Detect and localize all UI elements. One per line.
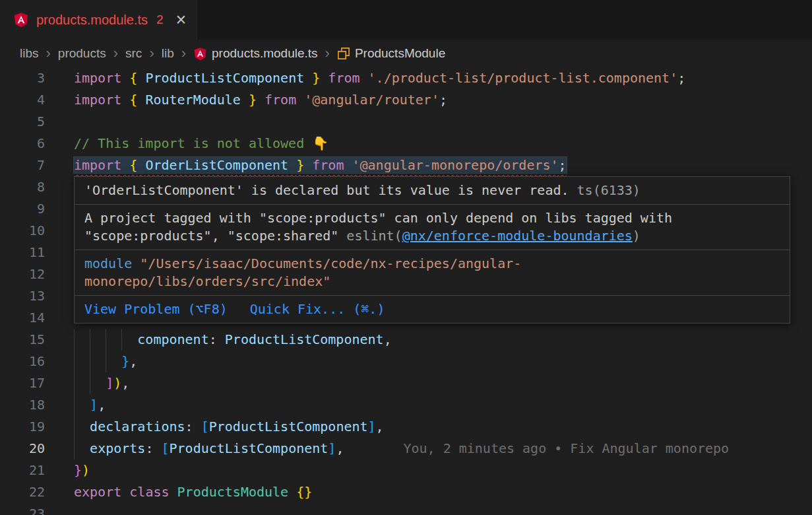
code-token xyxy=(288,157,296,173)
code-token xyxy=(137,92,145,108)
code-token: } xyxy=(74,462,82,478)
breadcrumb-item-productsmodule[interactable]: ProductsModule xyxy=(337,46,445,61)
code-token: : xyxy=(209,331,225,347)
code-token: class xyxy=(129,484,169,500)
code-line[interactable]: 5 xyxy=(0,111,812,133)
line-number[interactable]: 7 xyxy=(0,154,45,176)
code-token xyxy=(137,157,145,173)
breadcrumb-item-libs[interactable]: libs xyxy=(20,46,39,61)
code-line[interactable]: 21}) xyxy=(0,460,812,481)
code-token: from xyxy=(312,157,344,173)
line-number[interactable]: 17 xyxy=(0,372,45,394)
code-token xyxy=(241,92,249,108)
line-number[interactable]: 11 xyxy=(0,242,45,263)
hover-text: 'OrderListComponent' is declared but its… xyxy=(84,182,569,198)
line-number[interactable]: 22 xyxy=(0,481,45,503)
line-number[interactable]: 18 xyxy=(0,394,45,416)
line-number[interactable]: 20 xyxy=(0,438,45,460)
line-number[interactable]: 23 xyxy=(0,503,45,515)
code-token: './product-list/product-list.component' xyxy=(368,70,678,86)
code-token: ; xyxy=(439,92,447,108)
breadcrumb-label: libs xyxy=(20,46,39,61)
hover-text: module xyxy=(84,256,140,271)
code-token: ] xyxy=(368,419,376,434)
diagnostic-hover-popup: 'OrderListComponent' is declared but its… xyxy=(74,176,790,324)
hover-section-eslint-error: A project tagged with "scope:products" c… xyxy=(75,204,790,250)
angular-icon xyxy=(13,12,29,28)
code-text xyxy=(45,503,812,515)
code-text: }) xyxy=(45,460,812,481)
indent-guide xyxy=(74,394,75,416)
code-token: 👇 xyxy=(312,135,328,151)
line-number[interactable]: 4 xyxy=(0,89,45,111)
line-number[interactable]: 9 xyxy=(0,198,45,220)
code-text: import { RouterModule } from '@angular/r… xyxy=(45,89,812,111)
line-number[interactable]: 6 xyxy=(0,133,45,154)
line-number[interactable]: 15 xyxy=(0,329,45,351)
view-problem-button[interactable]: View Problem (⌥F8) xyxy=(84,300,228,318)
hover-section-ts-error: 'OrderListComponent' is declared but its… xyxy=(75,177,790,204)
eslint-rule-link[interactable]: @nx/enforce-module-boundaries xyxy=(402,228,633,244)
line-number[interactable]: 5 xyxy=(0,111,45,133)
indent-guide xyxy=(74,372,75,394)
editor-tab[interactable]: products.module.ts 2 × xyxy=(0,0,197,40)
code-text: import { ProductListComponent } from './… xyxy=(45,67,812,89)
code-line[interactable]: 3import { ProductListComponent } from '.… xyxy=(0,67,812,89)
line-number[interactable]: 16 xyxy=(0,351,45,372)
line-number[interactable]: 19 xyxy=(0,416,45,438)
code-line[interactable]: 4import { RouterModule } from '@angular/… xyxy=(0,89,812,111)
code-token xyxy=(257,92,265,108)
code-line[interactable]: 20 exports: [ProductListComponent],You, … xyxy=(0,438,812,460)
code-line[interactable]: 15 component: ProductListComponent, xyxy=(0,329,812,351)
code-token: from xyxy=(328,70,359,86)
code-line[interactable]: 6// This import is not allowed 👇 xyxy=(0,133,812,154)
indent-guide xyxy=(90,329,90,351)
indent-guide xyxy=(106,351,106,372)
code-token: ProductListComponent xyxy=(170,440,328,456)
code-line[interactable]: 7import { OrderListComponent } from '@an… xyxy=(0,154,812,176)
code-token: '@angular-monorepo/orders' xyxy=(352,157,559,173)
code-line[interactable]: 17 ]), xyxy=(0,372,812,394)
code-token: import xyxy=(74,70,121,86)
code-text: export class ProductsModule {} xyxy=(45,481,812,503)
code-token: ) xyxy=(82,462,90,478)
line-number[interactable]: 12 xyxy=(0,263,45,285)
breadcrumb-item-products-module-ts[interactable]: products.module.ts xyxy=(193,46,318,61)
breadcrumb-item-lib[interactable]: lib xyxy=(162,46,174,61)
code-line[interactable]: 16 }, xyxy=(0,351,812,372)
code-token: ProductListComponent xyxy=(209,419,368,434)
code-token: , xyxy=(336,440,344,456)
code-token: , xyxy=(376,419,384,434)
line-number[interactable]: 21 xyxy=(0,460,45,481)
indent-guide xyxy=(74,416,75,438)
indent-guide xyxy=(90,351,90,372)
code-line[interactable]: 22export class ProductsModule {} xyxy=(0,481,812,503)
breadcrumb-item-src[interactable]: src xyxy=(125,46,142,61)
line-number[interactable]: 8 xyxy=(0,176,45,198)
code-line[interactable]: 19 declarations: [ProductListComponent], xyxy=(0,416,812,438)
code-token: { xyxy=(129,157,137,173)
line-number[interactable]: 13 xyxy=(0,285,45,307)
code-token: from xyxy=(265,92,296,108)
code-line[interactable]: 18 ], xyxy=(0,394,812,416)
code-token: } xyxy=(312,70,320,86)
code-text: // This import is not allowed 👇 xyxy=(45,133,812,154)
breadcrumb-item-products[interactable]: products xyxy=(58,46,106,61)
code-token: {} xyxy=(296,484,312,500)
line-number[interactable]: 3 xyxy=(0,67,45,89)
code-token: '@angular/router' xyxy=(304,92,439,108)
code-token xyxy=(304,157,312,173)
code-token xyxy=(320,70,328,86)
indent-guide xyxy=(74,351,75,372)
line-number[interactable]: 10 xyxy=(0,220,45,242)
code-token: ] xyxy=(106,375,113,391)
code-token xyxy=(344,157,352,173)
line-number[interactable]: 14 xyxy=(0,307,45,329)
code-line[interactable]: 23 xyxy=(0,503,812,515)
code-token: , xyxy=(98,397,106,413)
breadcrumb-label: products xyxy=(58,46,106,61)
quick-fix-button[interactable]: Quick Fix... (⌘.) xyxy=(250,300,385,318)
close-icon[interactable]: × xyxy=(176,11,187,29)
hover-text: "/Users/isaac/Documents/code/nx-recipes/… xyxy=(84,256,521,289)
code-token: [ xyxy=(161,440,169,456)
